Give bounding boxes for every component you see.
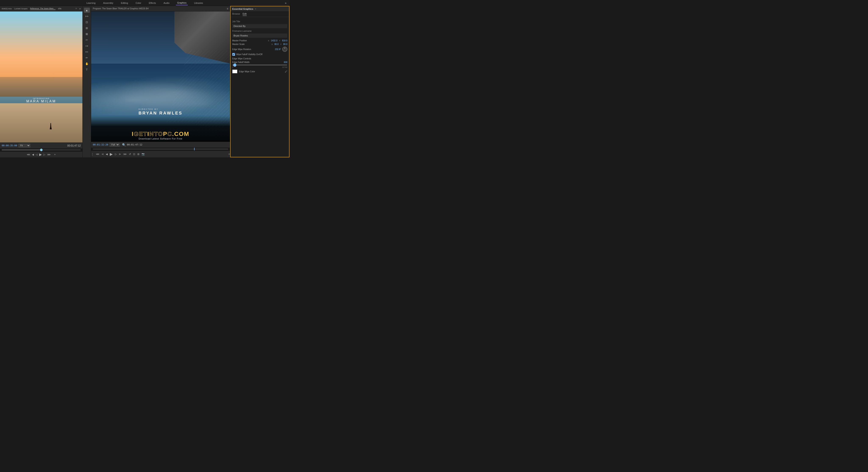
- reference-progress: [2, 149, 41, 150]
- ref-btn-to-out[interactable]: ⋙: [47, 153, 51, 156]
- prog-btn-export-frame[interactable]: 📷: [142, 153, 145, 156]
- tab-lumetri[interactable]: Lumetri Scopes: [14, 8, 28, 10]
- edge-falloff-width-label: Edge Falloff Width: [232, 61, 279, 63]
- ref-btn-step-back[interactable]: ◀: [32, 153, 34, 156]
- tool-track-select[interactable]: ⊳⊳: [84, 13, 90, 19]
- panel-menu-icon[interactable]: =: [75, 7, 77, 10]
- prog-btn-step-fwd[interactable]: ▷: [115, 153, 117, 156]
- position-y-value[interactable]: 818.0: [282, 39, 287, 42]
- essential-tabs: Browse Edit: [230, 12, 289, 17]
- program-transport: ⋮ ⋘ ⊲ ◀ ▶ ▷ ⊳ ⋙ ↺ ⊡ ⊞ 📷 +: [91, 151, 230, 157]
- ref-btn-to-in[interactable]: ⋘: [27, 153, 30, 156]
- nav-libraries[interactable]: Libraries: [193, 1, 204, 5]
- essential-header: Essential Graphics =: [230, 6, 289, 12]
- program-zoom-icon[interactable]: 🔍: [122, 143, 126, 147]
- firstname-input[interactable]: [232, 33, 287, 38]
- tool-rolling[interactable]: ⊞: [84, 25, 90, 31]
- tool-rate-stretch[interactable]: ⊠: [84, 31, 90, 36]
- reference-timecode[interactable]: 00:00:35:00: [2, 144, 17, 147]
- center-panel: Program: The Seam Btwn TRAILER w/ Graphi…: [91, 6, 230, 157]
- program-scrubber[interactable]: [91, 148, 230, 151]
- program-panel-menu[interactable]: ≡: [227, 7, 228, 10]
- program-monitor: DIRECTED BY BRYAN RAWLES IGetIntoPc.com …: [91, 11, 230, 142]
- slider-max: 32768: [282, 66, 287, 68]
- tab-reference[interactable]: Reference: The Seam Btwn TRAILER w/ Grap…: [30, 7, 56, 10]
- reference-scrubber[interactable]: [0, 148, 83, 151]
- wipe-falloff-checkbox[interactable]: [232, 53, 235, 56]
- program-overlay: DIRECTED BY BRYAN RAWLES: [138, 108, 183, 116]
- prog-btn-add-marker[interactable]: ⋮: [91, 153, 94, 156]
- wipe-falloff-row: Wipe Falloff Visibility On/Off: [232, 53, 287, 56]
- prog-btn-safe-margins[interactable]: ⊡: [133, 153, 135, 156]
- program-bottom-controls: 00:01:32:20 Fit Full 🔍 00:01:47:12: [91, 142, 230, 148]
- edge-wipe-rotation-value[interactable]: 232.8°: [275, 48, 281, 51]
- nav-editing[interactable]: Editing: [120, 1, 129, 5]
- edge-wipe-controls-header: Edge Wipe Controls: [232, 57, 287, 60]
- tab-source-mov[interactable]: 00402).mov: [2, 8, 12, 10]
- prog-btn-step-back[interactable]: ◀: [106, 153, 107, 156]
- scale-y-value[interactable]: 80.0: [283, 43, 287, 46]
- position-x-value[interactable]: 1432.0: [271, 39, 277, 42]
- prog-btn-step-in[interactable]: ⋘: [96, 153, 99, 156]
- reference-playhead[interactable]: [40, 149, 42, 151]
- ref-btn-play[interactable]: ▶: [39, 152, 42, 156]
- ref-btn-play-back[interactable]: ◁: [36, 153, 37, 156]
- reference-video-frame: INTRODUCING MARA MILAM: [0, 11, 83, 143]
- prog-btn-next-edit[interactable]: ⊳: [119, 153, 121, 156]
- prog-btn-prev-edit[interactable]: ⊲: [101, 153, 104, 156]
- ref-btn-step-fwd[interactable]: ▷: [43, 153, 45, 156]
- eyedropper-icon[interactable]: 🖊: [285, 70, 287, 73]
- prog-btn-add[interactable]: +: [228, 153, 230, 156]
- nav-learning[interactable]: Learning: [85, 1, 97, 5]
- nav-color[interactable]: Color: [134, 1, 143, 5]
- tool-slip[interactable]: ⊶: [84, 43, 90, 48]
- master-position-values: X 1432.0 Y 818.0: [268, 39, 287, 42]
- tool-type[interactable]: T: [84, 67, 90, 72]
- main-layout: 00402).mov Lumetri Scopes Reference: The…: [0, 6, 289, 157]
- prog-btn-step-out[interactable]: ⋙: [123, 153, 127, 156]
- essential-panel-title: Essential Graphics: [232, 8, 253, 10]
- firstname-label: Firstname Lastname: [232, 30, 287, 32]
- tool-razor[interactable]: ✂: [84, 37, 90, 42]
- prog-btn-output[interactable]: ⊞: [137, 153, 140, 156]
- tool-slide[interactable]: ⊷: [84, 49, 90, 54]
- panel-more-btn[interactable]: »: [79, 7, 81, 10]
- ref-btn-add-marker[interactable]: +: [54, 153, 56, 156]
- nav-more-button[interactable]: »: [283, 0, 288, 5]
- program-timecode-left[interactable]: 00:01:32:20: [93, 143, 108, 146]
- reference-transport: ⋘ ◀ ◁ ▶ ▷ ⋙ +: [0, 151, 83, 157]
- tool-ripple[interactable]: ⊡: [84, 20, 90, 25]
- tool-select[interactable]: ▲: [84, 8, 90, 13]
- prog-btn-play[interactable]: ▶: [110, 152, 113, 156]
- job-title-input[interactable]: [232, 24, 287, 28]
- essential-panel-menu[interactable]: =: [255, 8, 256, 10]
- edge-falloff-slider-row: [232, 65, 287, 65]
- nav-assembly[interactable]: Assembly: [102, 1, 115, 5]
- job-title-field: [232, 24, 287, 28]
- nav-audio[interactable]: Audio: [162, 1, 171, 5]
- program-tab-label[interactable]: Program: The Seam Btwn TRAILER w/ Graphi…: [93, 7, 149, 10]
- tool-hand[interactable]: ✋: [84, 61, 90, 66]
- firstname-field: [232, 33, 287, 38]
- nav-effects[interactable]: Effects: [148, 1, 157, 5]
- tab-browse[interactable]: Browse: [232, 12, 240, 16]
- nav-graphics[interactable]: Graphics: [176, 1, 188, 5]
- top-navigation: Learning Assembly Editing Color Effects …: [0, 0, 289, 6]
- tab-edit[interactable]: Edit: [243, 12, 247, 16]
- edge-wipe-color-row: Edge Wipe Color 🖊: [232, 69, 287, 73]
- beach-ground: [0, 103, 83, 143]
- scale-x-label: X: [272, 43, 273, 46]
- edge-wipe-color-swatch[interactable]: [232, 69, 237, 73]
- position-x-label: X: [268, 40, 269, 42]
- reference-fit-select[interactable]: Fit 25% 50% 100%: [19, 144, 30, 147]
- tool-pen[interactable]: ✏: [84, 55, 90, 60]
- rotation-knob[interactable]: [282, 47, 287, 52]
- program-fit-select[interactable]: Fit Full: [110, 143, 120, 147]
- program-tab-bar: Program: The Seam Btwn TRAILER w/ Graphi…: [91, 6, 230, 11]
- sky-bg: [0, 11, 83, 77]
- edge-falloff-slider[interactable]: [232, 65, 287, 65]
- edge-falloff-width-row: Edge Falloff Width 600: [232, 61, 287, 63]
- scale-x-value[interactable]: 80.0: [274, 43, 278, 46]
- prog-btn-loop[interactable]: ↺: [129, 153, 131, 156]
- tab-effects-short[interactable]: Effe: [58, 8, 61, 10]
